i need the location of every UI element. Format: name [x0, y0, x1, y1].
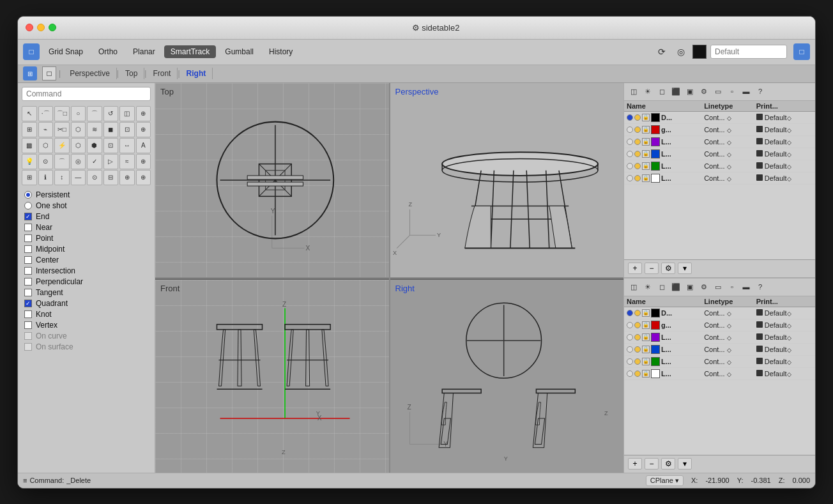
light-tool[interactable]: 💡 [22, 154, 37, 169]
sun-icon[interactable]: ☀ [642, 86, 653, 97]
panel2-help-icon[interactable]: ? [754, 281, 766, 293]
camera2-icon[interactable]: ⬛ [670, 281, 682, 293]
view-tab-perspective[interactable]: Perspective [63, 68, 117, 79]
table-row[interactable]: 🔒 L... Cont... ◇ Default◇ [624, 135, 815, 148]
layer2-settings-dropdown[interactable]: ▾ [678, 458, 692, 470]
panel-layout2-icon[interactable]: ▫ [726, 86, 738, 97]
grid-snap-button[interactable]: Grid Snap [42, 45, 89, 58]
table-row[interactable]: 🔒 D... Cont... ◇ Default◇ [624, 111, 815, 123]
block-tool[interactable]: ⬡ [38, 138, 54, 153]
pipe-tool[interactable]: ⊙ [87, 170, 102, 185]
dim-tool[interactable]: ◫ [119, 106, 135, 121]
table-row[interactable]: 🔒 g... Cont... ◇ Default◇ [624, 123, 815, 135]
align-tool[interactable]: ⊟ [103, 170, 119, 185]
quadrant-checkbox[interactable] [24, 300, 32, 307]
perpendicular-checkbox[interactable] [24, 278, 32, 286]
rebuild-tool[interactable]: ⌁ [38, 122, 54, 137]
view-tab-front[interactable]: Front [146, 68, 178, 79]
panel2-layout2-icon[interactable]: ▫ [726, 281, 738, 293]
solid-tool[interactable]: ◼ [103, 122, 119, 137]
viewport-right[interactable]: Right Y Z [390, 279, 624, 473]
panel-layout-icon[interactable]: ▭ [712, 86, 724, 97]
transform-tool[interactable]: ⬡ [71, 138, 86, 153]
remove-layer2-button[interactable]: − [645, 458, 659, 470]
add-layer2-button[interactable]: + [628, 458, 642, 470]
knot-checkbox[interactable] [24, 310, 32, 318]
flow-tool[interactable]: ⊕ [136, 154, 151, 169]
layer-settings-dropdown[interactable]: ▾ [678, 263, 692, 274]
color-swatch[interactable] [692, 45, 707, 59]
record-tool[interactable]: ⊕ [119, 170, 135, 185]
material-icon[interactable]: ◻ [656, 86, 668, 97]
history-button[interactable]: History [263, 45, 299, 58]
layer-settings-button[interactable]: ⚙ [661, 263, 675, 274]
target-icon[interactable]: ◎ [673, 44, 689, 59]
mesh2-tool[interactable]: ⊡ [119, 122, 135, 137]
table-row[interactable]: 🔒 L... Cont... ◇ Default◇ [624, 160, 815, 172]
sync-icon[interactable]: ⟳ [654, 44, 669, 59]
near-checkbox[interactable] [24, 224, 32, 231]
orient-tool[interactable]: ⬢ [87, 138, 102, 153]
material2-icon[interactable]: ◻ [656, 281, 668, 293]
viewport-top[interactable]: Top X Y [155, 83, 389, 277]
mesh-tool[interactable]: ⊞ [22, 122, 37, 137]
boolean-tool[interactable]: ⊕ [136, 122, 151, 137]
layer2-settings-button[interactable]: ⚙ [661, 458, 675, 470]
render-settings-icon[interactable]: ▣ [684, 86, 696, 97]
render2-settings-icon[interactable]: ▣ [684, 281, 696, 293]
cplane-button[interactable]: CPlane ▾ [646, 475, 684, 486]
command-input[interactable] [22, 87, 151, 101]
gumball-button[interactable]: Gumball [218, 45, 260, 58]
close-button[interactable] [26, 24, 33, 31]
vertex-checkbox[interactable] [24, 321, 32, 329]
maximize-button[interactable] [49, 24, 56, 31]
info-tool[interactable]: ℹ [38, 170, 54, 185]
zoom-tool[interactable]: ⊕ [136, 106, 151, 121]
select-tool[interactable]: ↖ [22, 106, 37, 121]
extract-tool[interactable]: ▷ [103, 154, 119, 169]
sun2-icon[interactable]: ☀ [642, 281, 653, 293]
scale-tool[interactable]: ↕ [54, 170, 70, 185]
midpoint-checkbox[interactable] [24, 245, 32, 253]
twist-tool[interactable]: ↔ [119, 138, 135, 153]
panel2-settings-icon[interactable]: ⚙ [698, 281, 710, 293]
osnap-tool[interactable]: ◎ [71, 154, 86, 169]
arrow-tool[interactable]: ⚡ [54, 138, 70, 153]
table-row[interactable]: 🔒 L... Cont... ◇ Default◇ [624, 367, 815, 379]
cage-tool[interactable]: ⊡ [103, 138, 119, 153]
minimize-button[interactable] [37, 24, 45, 31]
check-tool[interactable]: ✓ [87, 154, 102, 169]
table-row[interactable]: 🔒 L... Cont... ◇ Default◇ [624, 148, 815, 160]
circle-tool[interactable]: ○ [71, 106, 86, 121]
offset-tool[interactable]: ⌒ [54, 154, 70, 169]
one-shot-radio[interactable] [24, 202, 32, 210]
camera-icon[interactable]: ⬛ [670, 86, 682, 97]
curve-tool[interactable]: ⌒□ [54, 106, 70, 121]
end-checkbox[interactable] [24, 213, 32, 220]
panel-monitor-icon[interactable]: ▬ [740, 86, 752, 97]
table-row[interactable]: 🔒 g... Cont... ◇ Default◇ [624, 319, 815, 331]
hatch-tool[interactable]: ▩ [22, 138, 37, 153]
view-tab-single-icon[interactable]: □ [42, 66, 56, 80]
table-row[interactable]: 🔒 L... Cont... ◇ Default◇ [624, 172, 815, 184]
view-tab-right[interactable]: Right [180, 68, 213, 79]
panel2-layout-icon[interactable]: ▭ [712, 281, 724, 293]
ortho-button[interactable]: Ortho [92, 45, 124, 58]
viewport-perspective[interactable]: Perspective Y Z X [390, 83, 624, 277]
panel-settings-icon[interactable]: ⚙ [698, 86, 710, 97]
persistent-radio[interactable] [24, 191, 32, 199]
menu-icon[interactable]: ≡ [23, 477, 27, 484]
point-checkbox[interactable] [24, 234, 32, 242]
smarttrack-button[interactable]: SmartTrack [164, 45, 217, 58]
fillet-tool[interactable]: ⌒ [87, 106, 102, 121]
center-checkbox[interactable] [24, 256, 32, 264]
planar-button[interactable]: Planar [126, 45, 162, 58]
rotate-tool[interactable]: ↺ [103, 106, 119, 121]
tangent-checkbox[interactable] [24, 289, 32, 296]
smooth-tool[interactable]: ≈ [119, 154, 135, 169]
loft-tool[interactable]: ≋ [87, 122, 102, 137]
panel-help-icon[interactable]: ? [754, 86, 766, 97]
layers-icon[interactable]: ◫ [628, 86, 639, 97]
viewport-front[interactable]: Front X Z [155, 279, 389, 473]
more-tool[interactable]: ⊕ [136, 170, 151, 185]
